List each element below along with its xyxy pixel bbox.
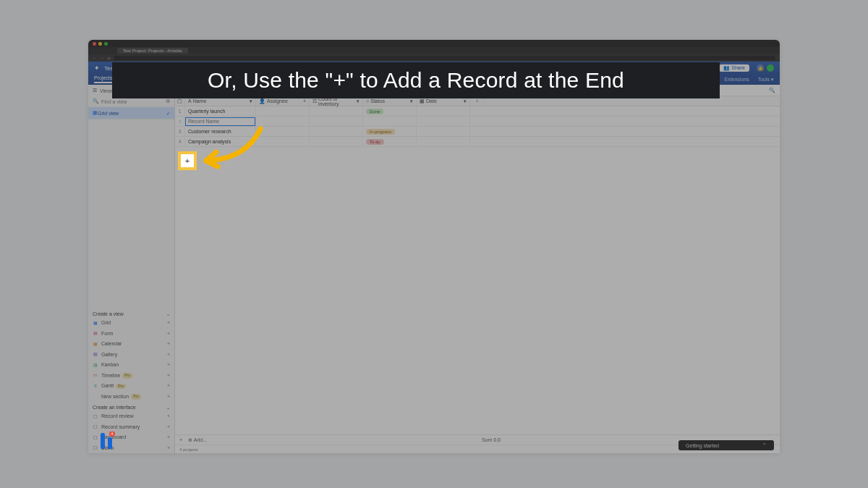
cell-name[interactable]: Campaign analysis: [185, 137, 256, 146]
create-view-grid[interactable]: ▦Grid+: [88, 318, 174, 329]
create-view-gantt[interactable]: ≡GanttPro+: [88, 381, 174, 392]
user-avatar[interactable]: [767, 64, 774, 72]
footer-add-button[interactable]: +: [179, 437, 182, 442]
table-row[interactable]: 3Customer researchIn progress: [175, 127, 780, 137]
plus-icon: +: [167, 319, 170, 327]
tutorial-caption: Or, Use the "+" to Add a Record at the E…: [112, 62, 720, 98]
create-view-timeline[interactable]: ▭TimelinePro+: [88, 371, 174, 382]
plus-icon: +: [167, 434, 170, 442]
cell-date[interactable]: [417, 127, 470, 136]
cell-date[interactable]: [417, 106, 470, 116]
status-pill: In progress: [366, 129, 395, 135]
view-item-grid[interactable]: ▦Grid view✓: [88, 107, 174, 119]
add-record-row[interactable]: +: [175, 147, 780, 157]
view-settings-icon[interactable]: ⚙: [166, 98, 170, 104]
table-row[interactable]: 1Quarterly launchDone: [175, 106, 780, 117]
cell-status[interactable]: [363, 117, 417, 126]
plus-icon: +: [167, 340, 170, 348]
cell-name[interactable]: Customer research: [185, 127, 256, 136]
browser-tabbar: Test Project: Projects - Airtable: [88, 47, 780, 54]
create-view-kanban[interactable]: ▥Kanban+: [88, 360, 174, 371]
extensions-link[interactable]: Extensions: [724, 77, 749, 82]
table-row[interactable]: ○: [175, 117, 780, 127]
create-view-form[interactable]: ▤Form+: [88, 329, 174, 340]
chevron-up-icon: ⌃: [762, 442, 767, 448]
cell-name[interactable]: Quarterly launch: [185, 106, 256, 116]
cell-count[interactable]: [310, 106, 363, 116]
grid-main: ⊞ ☰ ▤ ⇅ ◫ ≡ ⇪ 🔍 ▢ A Name▾ 👤 Assignee+ ☶ …: [175, 85, 780, 453]
row-number[interactable]: 4: [175, 137, 185, 146]
browser-window: Test Project: Projects - Airtable ← → ⟳ …: [88, 40, 780, 453]
share-button[interactable]: 👥 Share: [719, 64, 749, 72]
plus-icon: +: [167, 413, 170, 421]
search-icon[interactable]: 🔍: [769, 88, 775, 93]
svg-text:4: 4: [111, 432, 114, 436]
plus-icon: +: [167, 424, 170, 432]
watermark-logo-icon: 4: [98, 432, 116, 450]
row-number[interactable]: ○: [175, 117, 185, 126]
cell-count[interactable]: [310, 127, 363, 136]
plus-icon: +: [167, 393, 170, 401]
create-interface-record-review[interactable]: ▢Record review+: [88, 411, 174, 422]
tools-link[interactable]: Tools ▾: [758, 77, 774, 83]
browser-tab[interactable]: Test Project: Projects - Airtable: [117, 48, 188, 54]
close-window-icon[interactable]: [93, 42, 96, 46]
cell-status[interactable]: Done: [363, 106, 417, 116]
getting-started-panel[interactable]: Getting started⌃: [678, 440, 774, 450]
highlighted-add-button[interactable]: +: [181, 154, 194, 167]
plus-icon: +: [167, 382, 170, 390]
create-interface-record-summary[interactable]: ▢Record summary+: [88, 422, 174, 433]
plus-icon: +: [167, 445, 170, 453]
minimize-window-icon[interactable]: [98, 42, 102, 46]
cell-date[interactable]: [417, 137, 470, 146]
url-field[interactable]: [114, 56, 775, 60]
plus-icon: +: [167, 330, 170, 338]
cell-assignee[interactable]: [256, 117, 310, 126]
create-view-gallery[interactable]: ▧Gallery+: [88, 350, 174, 361]
table-tab-projects[interactable]: Projects: [94, 75, 112, 83]
record-name-input[interactable]: [185, 117, 255, 126]
cell-status[interactable]: In progress: [363, 127, 417, 136]
plus-icon: +: [167, 361, 170, 369]
svg-rect-1: [108, 437, 112, 449]
row-number[interactable]: 1: [175, 106, 185, 116]
status-pill: To do: [366, 139, 384, 145]
table-row[interactable]: 4Campaign analysisTo do: [175, 137, 780, 147]
cell-assignee[interactable]: [256, 127, 310, 136]
plus-icon: +: [167, 372, 170, 380]
create-view-header[interactable]: Create a view⌄: [88, 308, 174, 318]
cell-assignee[interactable]: [256, 106, 310, 116]
workspace: ☰ Views⌄ 🔍 Find a view⚙ ▦Grid view✓ Crea…: [88, 85, 780, 453]
plus-icon: +: [167, 351, 170, 359]
browser-urlbar: ← → ⟳: [88, 54, 780, 62]
app-logo-icon[interactable]: ✦: [94, 64, 100, 72]
cell-date[interactable]: [417, 117, 470, 126]
status-pill: Done: [366, 109, 383, 114]
nav-reload-icon[interactable]: ⟳: [107, 56, 111, 61]
cell-count[interactable]: [310, 137, 363, 146]
create-view-calendar[interactable]: ▦Calendar+: [88, 339, 174, 350]
svg-rect-0: [101, 433, 105, 449]
create-interface-header[interactable]: Create an interface⌄: [88, 402, 174, 411]
window-titlebar: [88, 40, 780, 47]
cell-assignee[interactable]: [256, 137, 310, 146]
row-number[interactable]: 3: [175, 127, 185, 136]
cell-status[interactable]: To do: [363, 137, 417, 146]
create-view-new-section[interactable]: New sectionPro+: [88, 392, 174, 403]
notifications-icon[interactable]: 🔔: [757, 64, 764, 72]
views-sidebar: ☰ Views⌄ 🔍 Find a view⚙ ▦Grid view✓ Crea…: [88, 85, 175, 453]
cell-count[interactable]: [310, 117, 363, 126]
nav-back-icon[interactable]: ←: [93, 56, 97, 60]
nav-forward-icon[interactable]: →: [100, 56, 104, 60]
maximize-window-icon[interactable]: [104, 42, 108, 46]
footer-add-menu[interactable]: ⊕ Add...: [188, 437, 207, 443]
